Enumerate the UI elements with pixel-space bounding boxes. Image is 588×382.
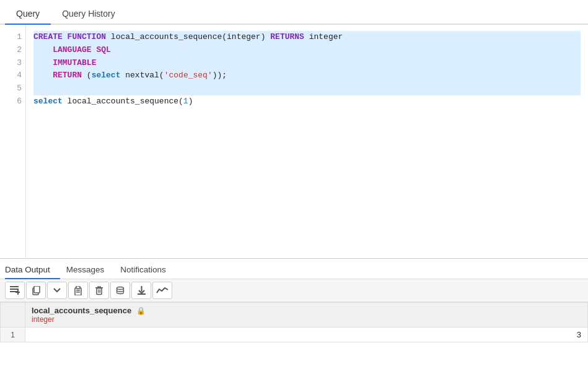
data-table-wrapper: local_accounts_sequence 🔒 integer 1 3 bbox=[0, 302, 588, 382]
copy-button[interactable] bbox=[26, 282, 46, 299]
code-line-1: CREATE FUNCTION local_accounts_sequence(… bbox=[33, 31, 581, 44]
svg-rect-18 bbox=[141, 286, 142, 292]
code-line-3: IMMUTABLE bbox=[33, 57, 581, 70]
delete-button[interactable] bbox=[89, 282, 109, 299]
tab-bar: Query Query History bbox=[0, 0, 588, 25]
table-row: 1 3 bbox=[1, 328, 588, 342]
line-num-6: 6 bbox=[6, 95, 22, 108]
row-number-cell: 1 bbox=[1, 328, 25, 342]
col-header-local-accounts-sequence: local_accounts_sequence 🔒 integer bbox=[25, 303, 588, 328]
result-tab-bar: Data Output Messages Notifications bbox=[0, 259, 588, 279]
svg-rect-6 bbox=[34, 286, 40, 293]
tab-query-history[interactable]: Query History bbox=[51, 4, 126, 25]
line-num-5: 5 bbox=[6, 82, 22, 95]
code-line-4: RETURN (select nextval('code_seq')); bbox=[33, 69, 581, 82]
database-icon bbox=[116, 286, 125, 295]
tab-notifications[interactable]: Notifications bbox=[120, 261, 176, 279]
editor-wrapper: 1 2 3 4 5 6 CREATE FUNCTION local_accoun… bbox=[0, 25, 588, 258]
chart-button[interactable] bbox=[152, 282, 172, 299]
svg-rect-13 bbox=[97, 288, 102, 294]
chart-icon bbox=[156, 287, 169, 294]
line-numbers: 1 2 3 4 5 6 bbox=[0, 25, 26, 258]
code-editor[interactable]: CREATE FUNCTION local_accounts_sequence(… bbox=[26, 25, 588, 258]
copy-icon bbox=[32, 286, 40, 295]
row-num-header bbox=[1, 303, 25, 328]
line-num-3: 3 bbox=[6, 57, 22, 70]
tab-data-output[interactable]: Data Output bbox=[5, 261, 60, 279]
code-line-2: LANGUAGE SQL bbox=[33, 44, 581, 57]
paste-button[interactable] bbox=[68, 282, 88, 299]
result-table: local_accounts_sequence 🔒 integer 1 3 bbox=[0, 302, 588, 342]
svg-rect-15 bbox=[100, 289, 100, 293]
row-value-cell: 3 bbox=[25, 328, 588, 342]
col-type: integer bbox=[32, 315, 581, 324]
save-db-button[interactable] bbox=[110, 282, 130, 299]
svg-rect-1 bbox=[10, 286, 19, 287]
paste-icon bbox=[74, 286, 82, 295]
result-toolbar bbox=[0, 279, 588, 302]
svg-rect-4 bbox=[15, 292, 20, 293]
download-button[interactable] bbox=[131, 282, 151, 299]
result-panel: Data Output Messages Notifications bbox=[0, 258, 588, 382]
add-row-icon bbox=[10, 286, 20, 295]
lock-icon: 🔒 bbox=[136, 306, 146, 315]
code-line-5 bbox=[33, 82, 581, 95]
code-line-6: select local_accounts_sequence(1) bbox=[33, 95, 581, 108]
line-num-2: 2 bbox=[6, 44, 22, 57]
tab-messages[interactable]: Messages bbox=[66, 261, 115, 279]
svg-rect-14 bbox=[99, 289, 99, 293]
line-num-4: 4 bbox=[6, 69, 22, 82]
svg-rect-12 bbox=[98, 286, 100, 287]
add-row-button[interactable] bbox=[5, 282, 25, 299]
download-icon bbox=[138, 286, 146, 295]
chevron-down-icon bbox=[53, 288, 61, 293]
svg-rect-9 bbox=[76, 290, 80, 291]
svg-point-16 bbox=[117, 287, 124, 290]
svg-rect-10 bbox=[76, 292, 80, 293]
svg-rect-8 bbox=[76, 286, 80, 289]
delete-icon bbox=[95, 286, 103, 295]
col-name: local_accounts_sequence bbox=[32, 306, 131, 315]
svg-rect-0 bbox=[10, 289, 19, 290]
tab-query[interactable]: Query bbox=[5, 4, 51, 25]
dropdown-button[interactable] bbox=[47, 282, 67, 299]
line-num-1: 1 bbox=[6, 31, 22, 44]
